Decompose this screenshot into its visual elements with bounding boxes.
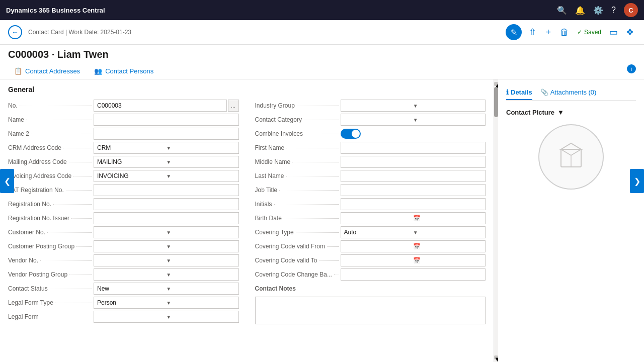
calendar-covering-from-icon[interactable]: 📅 [413, 243, 482, 250]
no-lookup-button[interactable]: ... [228, 100, 239, 112]
input-middle-name[interactable] [341, 156, 486, 168]
calendar-birth-date-icon[interactable]: 📅 [413, 215, 482, 222]
textarea-contact-notes[interactable] [255, 297, 486, 324]
settings-icon[interactable]: ⚙️ [593, 6, 603, 15]
value-job-title[interactable] [341, 184, 486, 196]
value-customer-posting[interactable]: ▼ [94, 240, 239, 252]
scroll-up-arrow[interactable]: ▲ [494, 82, 498, 86]
value-contact-notes[interactable] [255, 297, 486, 326]
info-button[interactable]: i [627, 64, 636, 73]
help-icon[interactable]: ? [611, 6, 616, 15]
toolbar-actions: ✎ ⇧ + 🗑 [506, 24, 571, 40]
toggle-combine-invoices[interactable] [341, 129, 361, 139]
dropdown-vendor-posting-arrow: ▼ [166, 272, 235, 278]
input-job-title[interactable] [341, 184, 486, 196]
input-last-name[interactable] [341, 170, 486, 182]
value-covering-from[interactable]: 📅 [341, 240, 486, 252]
contact-picture-header[interactable]: Contact Picture ▼ [506, 109, 636, 116]
svg-marker-1 [561, 143, 581, 149]
value-name[interactable] [94, 114, 239, 126]
dropdown-invoicing[interactable]: INVOICING ▼ [94, 170, 239, 182]
form-scrollbar[interactable]: ▲ ▼ [494, 79, 498, 362]
value-name2[interactable] [94, 128, 239, 140]
value-vat[interactable] [94, 184, 239, 196]
dropdown-crm-address[interactable]: CRM ▼ [94, 142, 239, 154]
add-button[interactable]: + [543, 25, 553, 40]
date-birth-date[interactable]: 📅 [341, 212, 486, 224]
dropdown-vendor-no[interactable]: ▼ [94, 254, 239, 266]
value-legal-form[interactable]: ▼ [94, 311, 239, 323]
back-button[interactable]: ← [8, 25, 22, 39]
value-covering-type[interactable]: Auto ▼ [341, 226, 486, 238]
page-title-bar: C000003 · Liam Twen [0, 45, 644, 62]
form-left-column: No. ... [8, 99, 239, 327]
label-invoicing: Invoicing Address Code [8, 172, 71, 179]
scroll-down-arrow[interactable]: ▼ [494, 355, 498, 359]
value-crm-address[interactable]: CRM ▼ [94, 142, 239, 154]
dropdown-industry-group[interactable]: ▼ [341, 100, 486, 112]
field-initials: Initials [255, 197, 486, 211]
edit-button[interactable]: ✎ [506, 24, 522, 40]
dropdown-contact-category[interactable]: ▼ [341, 114, 486, 126]
value-legal-form-type[interactable]: Person ▼ [94, 297, 239, 309]
value-vendor-no[interactable]: ▼ [94, 254, 239, 266]
input-regno[interactable] [94, 198, 239, 210]
nav-arrow-left[interactable]: ❮ [0, 169, 14, 193]
dropdown-customer-posting[interactable]: ▼ [94, 240, 239, 252]
delete-button[interactable]: 🗑 [558, 25, 571, 40]
input-name[interactable] [94, 114, 239, 126]
value-contact-status[interactable]: New ▼ [94, 283, 239, 295]
date-covering-from[interactable]: 📅 [341, 240, 486, 252]
value-regno[interactable] [94, 198, 239, 210]
value-mailing[interactable]: MAILING ▼ [94, 156, 239, 168]
dropdown-contact-status[interactable]: New ▼ [94, 283, 239, 295]
user-avatar[interactable]: C [624, 3, 638, 17]
value-customer-no[interactable]: ▼ [94, 226, 239, 238]
toolbar: ← Contact Card | Work Date: 2025-01-23 ✎… [0, 20, 644, 45]
dropdown-customer-no[interactable]: ▼ [94, 226, 239, 238]
value-contact-category[interactable]: ▼ [341, 114, 486, 126]
calendar-covering-to-icon[interactable]: 📅 [413, 257, 482, 264]
input-initials[interactable] [341, 198, 486, 210]
label-mailing: Mailing Address Code [8, 158, 67, 165]
input-vat[interactable] [94, 184, 239, 196]
search-icon[interactable]: 🔍 [557, 6, 567, 15]
tab-contact-persons[interactable]: 👥 Contact Persons [88, 64, 159, 79]
input-regno-issuer[interactable] [94, 212, 239, 224]
scroll-thumb[interactable] [494, 87, 498, 117]
tab-attachments[interactable]: 📎 Attachments (0) [540, 85, 597, 100]
dropdown-customer-no-arrow: ▼ [166, 230, 235, 235]
tab-details[interactable]: ℹ Details [506, 85, 532, 100]
label-vendor-no: Vendor No. [8, 257, 38, 264]
value-regno-issuer[interactable] [94, 212, 239, 224]
fullscreen-button[interactable]: ❖ [624, 25, 636, 40]
date-covering-to[interactable]: 📅 [341, 254, 486, 266]
nav-arrow-right[interactable]: ❯ [630, 169, 644, 193]
input-covering-change[interactable] [341, 268, 486, 281]
input-name2[interactable] [94, 128, 239, 140]
input-first-name[interactable] [341, 142, 486, 154]
value-middle-name[interactable] [341, 156, 486, 168]
value-industry-group[interactable]: ▼ [341, 100, 486, 112]
value-vendor-posting[interactable]: ▼ [94, 268, 239, 281]
open-new-tab-button[interactable]: ▭ [607, 25, 620, 40]
bell-icon[interactable]: 🔔 [575, 6, 585, 15]
value-covering-to[interactable]: 📅 [341, 254, 486, 266]
value-no[interactable]: ... [94, 100, 239, 112]
input-no[interactable] [94, 100, 227, 112]
value-first-name[interactable] [341, 142, 486, 154]
dropdown-legal-form[interactable]: ▼ [94, 311, 239, 323]
value-covering-change[interactable] [341, 268, 486, 281]
value-last-name[interactable] [341, 170, 486, 182]
share-button[interactable]: ⇧ [527, 25, 538, 40]
value-invoicing[interactable]: INVOICING ▼ [94, 170, 239, 182]
dropdown-vendor-posting[interactable]: ▼ [94, 268, 239, 281]
dropdown-mailing[interactable]: MAILING ▼ [94, 156, 239, 168]
dropdown-legal-form-type[interactable]: Person ▼ [94, 297, 239, 309]
dropdown-industry-group-arrow: ▼ [413, 103, 482, 109]
tab-contact-addresses[interactable]: 📋 Contact Addresses [8, 64, 86, 79]
value-initials[interactable] [341, 198, 486, 210]
value-combine-invoices[interactable] [341, 129, 486, 139]
dropdown-covering-type[interactable]: Auto ▼ [341, 226, 486, 238]
value-birth-date[interactable]: 📅 [341, 212, 486, 224]
